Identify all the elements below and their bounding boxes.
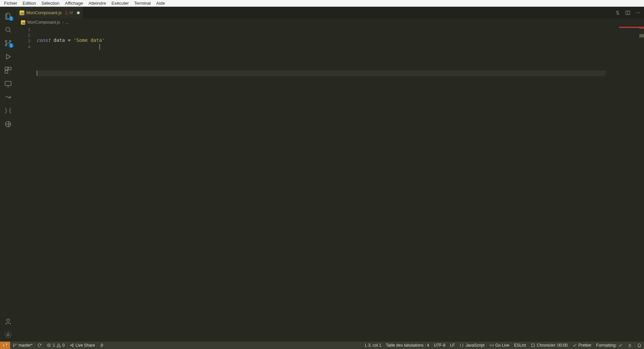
mouse-text-cursor bbox=[100, 44, 100, 50]
javascript-file-icon: JS bbox=[20, 10, 24, 15]
activity-scm[interactable]: 1 bbox=[0, 36, 16, 50]
ruler-cursor-mark bbox=[639, 34, 644, 37]
svg-point-22 bbox=[72, 346, 74, 347]
menu-affichage[interactable]: Affichage bbox=[62, 0, 86, 6]
breadcrumb-rest: ... bbox=[65, 20, 69, 25]
editor-pane[interactable]: 1 2 3 4 const data = 'Some data' bbox=[16, 26, 644, 342]
remote-window-icon bbox=[3, 343, 7, 348]
bolt-icon bbox=[100, 343, 104, 348]
status-golive[interactable]: Go Live bbox=[487, 342, 512, 349]
status-indent[interactable]: Taille des tabulations : 4 bbox=[383, 342, 431, 349]
menu-fichier[interactable]: Fichier bbox=[1, 0, 20, 6]
overview-ruler[interactable] bbox=[639, 26, 644, 342]
status-liveshare[interactable]: Live Share bbox=[67, 342, 97, 349]
activity-run[interactable] bbox=[0, 50, 16, 63]
menu-executer[interactable]: Exécuter bbox=[109, 0, 131, 6]
activity-explorer[interactable]: 1 bbox=[0, 9, 16, 23]
menu-atteindre[interactable]: Atteindre bbox=[86, 0, 109, 6]
line-number: 4 bbox=[16, 44, 30, 50]
chevron-right-icon: › bbox=[62, 20, 63, 25]
editor-group: JS MonComposant.js 1, M JS MonComposant bbox=[16, 7, 644, 342]
status-prettier[interactable]: Prettier bbox=[570, 342, 594, 349]
status-bell[interactable] bbox=[635, 342, 644, 349]
activity-bar: 1 1 bbox=[0, 7, 16, 342]
statusbar: master* 1 0 Live Share L 3, col 1 Taille… bbox=[0, 342, 644, 349]
breadcrumbs[interactable]: JS MonComposant.js › ... bbox=[16, 19, 644, 26]
svg-point-23 bbox=[491, 345, 492, 346]
status-eslint[interactable]: ESLint bbox=[512, 342, 528, 349]
code-area[interactable]: const data = 'Some data' bbox=[36, 26, 606, 342]
activity-settings[interactable] bbox=[0, 328, 16, 342]
status-language[interactable]: JavaScript bbox=[457, 342, 487, 349]
token-string: 'Some data' bbox=[71, 37, 105, 43]
svg-point-14 bbox=[639, 12, 640, 13]
menu-terminal[interactable]: Terminal bbox=[132, 0, 154, 6]
svg-rect-6 bbox=[5, 71, 8, 73]
activity-console[interactable] bbox=[0, 104, 16, 117]
svg-rect-7 bbox=[5, 81, 11, 85]
status-formatting[interactable]: Formatting: bbox=[594, 342, 625, 349]
branch-name: master* bbox=[19, 343, 32, 348]
minimap[interactable] bbox=[606, 26, 639, 342]
language-label: JavaScript bbox=[465, 343, 484, 348]
code-line: const data = 'Some data' bbox=[36, 37, 606, 43]
activity-account[interactable] bbox=[0, 315, 16, 328]
token-keyword: const bbox=[36, 37, 51, 43]
svg-point-1 bbox=[5, 41, 7, 42]
tab-moncomposant[interactable]: JS MonComposant.js 1, M bbox=[16, 7, 83, 19]
status-chronicler[interactable]: Chronicler: 00:00 bbox=[528, 342, 570, 349]
console-icon bbox=[4, 107, 12, 115]
status-sync[interactable] bbox=[35, 342, 44, 349]
menu-aide[interactable]: Aide bbox=[154, 0, 168, 6]
status-encoding[interactable]: UTF-8 bbox=[431, 342, 448, 349]
tab-label: MonComposant.js bbox=[26, 10, 62, 15]
status-cursor[interactable]: L 3, col 1 bbox=[363, 342, 383, 349]
gear-icon bbox=[4, 331, 12, 339]
compare-changes-icon[interactable] bbox=[615, 10, 620, 16]
broadcast-icon bbox=[489, 343, 494, 348]
svg-point-17 bbox=[16, 344, 16, 344]
minimap-error-mark bbox=[619, 27, 639, 28]
dirty-indicator-icon bbox=[77, 11, 80, 14]
menubar: Fichier Edition Sélection Affichage Atte… bbox=[0, 0, 644, 7]
svg-point-9 bbox=[7, 319, 9, 322]
svg-point-3 bbox=[9, 41, 11, 42]
more-actions-icon[interactable] bbox=[635, 10, 641, 16]
menu-edition[interactable]: Edition bbox=[20, 0, 39, 6]
tab-status: 1, M bbox=[65, 10, 73, 15]
svg-point-19 bbox=[59, 346, 59, 347]
menu-selection[interactable]: Sélection bbox=[39, 0, 62, 6]
svg-point-21 bbox=[72, 344, 74, 345]
activity-extra[interactable] bbox=[0, 117, 16, 131]
status-eol[interactable]: LF bbox=[448, 342, 457, 349]
status-feedback[interactable] bbox=[625, 342, 635, 349]
line-number: 3 bbox=[16, 38, 30, 44]
split-editor-icon[interactable] bbox=[625, 10, 630, 16]
remote-icon bbox=[4, 80, 12, 88]
activity-extensions[interactable] bbox=[0, 63, 16, 77]
activity-search[interactable] bbox=[0, 23, 16, 36]
svg-point-15 bbox=[13, 344, 14, 344]
remote-indicator[interactable] bbox=[0, 342, 10, 349]
liveshare-icon bbox=[70, 343, 74, 348]
chronicler-label: Chronicler: 00:00 bbox=[537, 343, 567, 348]
status-bolt[interactable] bbox=[97, 342, 107, 349]
svg-point-25 bbox=[629, 344, 631, 346]
svg-point-20 bbox=[70, 345, 72, 346]
status-branch[interactable]: master* bbox=[10, 342, 35, 349]
check-icon bbox=[572, 343, 577, 348]
error-icon bbox=[47, 343, 51, 348]
javascript-file-icon: JS bbox=[21, 20, 25, 25]
share-icon bbox=[4, 93, 12, 101]
warning-icon bbox=[56, 343, 61, 348]
activity-remote[interactable] bbox=[0, 77, 16, 90]
code-line bbox=[36, 54, 606, 60]
status-problems[interactable]: 1 0 bbox=[44, 342, 67, 349]
svg-point-12 bbox=[636, 12, 637, 13]
code-line bbox=[36, 87, 606, 93]
svg-point-16 bbox=[13, 346, 14, 347]
activity-share[interactable] bbox=[0, 90, 16, 104]
line-number-gutter: 1 2 3 4 bbox=[16, 26, 36, 342]
liveshare-label: Live Share bbox=[76, 343, 95, 348]
check-icon bbox=[618, 343, 623, 348]
